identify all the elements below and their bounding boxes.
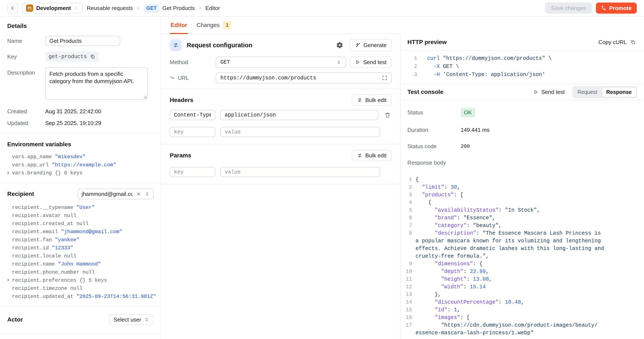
breadcrumb-reusable-requests[interactable]: Reusable requests (87, 5, 133, 12)
params-heading: Params (170, 152, 191, 159)
back-button[interactable] (7, 3, 18, 14)
environment-variables-list: vars.app_name "mikesdev"vars.app_url "ht… (7, 153, 154, 177)
url-input[interactable] (220, 75, 380, 81)
test-console-heading: Test console (408, 88, 444, 96)
swap-icon (357, 153, 362, 158)
environment-name: Development (36, 5, 71, 12)
breadcrumb-request-name[interactable]: Get Products (162, 5, 195, 12)
recipient-field-row: recipient.phone_number null (7, 268, 154, 276)
request-tab[interactable]: Request (573, 87, 602, 97)
header-key-input[interactable] (170, 110, 215, 120)
response-tab[interactable]: Response (602, 87, 636, 97)
expand-chevron-icon[interactable] (6, 278, 10, 282)
divider (0, 183, 161, 183)
headers-bulk-edit-button[interactable]: Bulk edit (352, 94, 392, 106)
response-code-line: 3 "products": [ (400, 191, 644, 199)
environment-variables-heading: Environment variables (7, 141, 154, 148)
folder-icon (26, 4, 33, 12)
actor-select-button[interactable]: Select user (109, 314, 154, 325)
response-code-line: 2 "limit": 30, (400, 184, 644, 191)
divider (0, 334, 161, 334)
params-bulk-edit-button[interactable]: Bulk edit (352, 150, 392, 161)
tab-changes[interactable]: Changes 1 (196, 16, 231, 34)
copy-icon[interactable] (90, 54, 96, 60)
recipient-field-row[interactable]: recipient.preferences {} 5 keys (7, 276, 154, 284)
sparkles-icon (355, 42, 361, 48)
chevron-right-icon (74, 6, 78, 10)
param-value-input[interactable] (220, 167, 380, 177)
created-value: Aug 31 2025, 22:42:00 (45, 108, 101, 115)
request-configuration-section: Request configuration Generate Method GE… (161, 34, 400, 89)
recipient-field-row: recipient.__typename "User" (7, 204, 154, 212)
resize-grip-icon[interactable] (143, 95, 146, 98)
recipient-field-row: recipient.email "jhammond@gmail.com" (7, 228, 154, 236)
header-value-input-empty[interactable] (220, 127, 380, 137)
recipient-selected-value: jhammond@gmail.com (82, 191, 133, 198)
send-test-button[interactable]: Send test (350, 57, 392, 68)
promote-button[interactable]: Promote (596, 2, 637, 14)
recipient-field-row: recipient.created_at null (7, 220, 154, 228)
changes-count-badge: 1 (223, 21, 231, 29)
response-code-line: a popular mascara known for its volumizi… (400, 237, 644, 245)
play-icon (533, 89, 538, 95)
recipient-field-row: recipient.timezone null (7, 284, 154, 292)
clear-icon[interactable] (136, 192, 141, 196)
chevron-updown-icon[interactable] (144, 192, 150, 196)
environment-selector[interactable]: Development (22, 3, 82, 14)
url-label: URL (178, 75, 189, 81)
request-response-toggle: Request Response (572, 86, 637, 98)
save-changes-button[interactable]: Save changes (545, 2, 592, 14)
response-code-line: 7 "category": "beauty", (400, 222, 644, 230)
curl-code-line: 1curl "https://dummyjson.com/products" \ (400, 54, 644, 62)
expand-chevron-icon[interactable] (6, 170, 10, 175)
params-section: Params Bulk edit (161, 144, 400, 184)
environment-variable-row: vars.app_url "https://example.com" (7, 161, 154, 169)
response-body-code: 1{2 "limit": 30,3 "products": [4 {5 "ava… (400, 176, 644, 337)
recipient-field-row: recipient.id "12333" (7, 244, 154, 252)
console-send-test-button[interactable]: Send test (532, 88, 566, 96)
delete-header-button[interactable] (384, 111, 392, 119)
response-code-line: 13 }, (400, 291, 644, 298)
settings-button[interactable] (335, 40, 344, 50)
chevron-right-icon (136, 6, 140, 10)
status-badge: OK (461, 108, 475, 117)
breadcrumb: Reusable requests GET Get Products Edito… (87, 4, 220, 12)
header-value-input[interactable] (220, 110, 378, 120)
curl-code-line: 2 -X GET \ (400, 62, 644, 71)
branch-icon (601, 5, 606, 11)
request-config-icon (170, 39, 182, 51)
description-label: Description (7, 70, 45, 76)
response-body-label: Response body (408, 160, 461, 166)
name-input[interactable] (45, 36, 120, 46)
recipient-heading: Recipient (7, 190, 34, 198)
recipient-combobox[interactable]: jhammond@gmail.com (78, 189, 154, 199)
status-label: Status (408, 109, 461, 116)
editor-tabs: Editor Changes 1 (161, 16, 400, 34)
param-key-input[interactable] (170, 167, 215, 177)
url-input-wrap (216, 72, 392, 84)
breadcrumb-editor: Editor (206, 5, 220, 12)
tab-editor[interactable]: Editor (170, 16, 187, 34)
return-arrow-icon (170, 75, 175, 81)
response-code-line: 6 "brand": "Essence", (400, 214, 644, 222)
curl-preview-code: 1curl "https://dummyjson.com/products" \… (400, 51, 644, 84)
duration-label: Duration (408, 127, 461, 133)
recipient-field-row: recipient.avatar null (7, 212, 154, 220)
copy-icon (630, 39, 636, 45)
play-icon (355, 60, 360, 65)
actor-heading: Actor (7, 316, 23, 323)
recipient-field-row: recipient.name "John Hammond" (7, 260, 154, 268)
expand-icon[interactable] (382, 75, 388, 81)
response-code-line: 15 "id": 1, (400, 306, 644, 314)
response-code-line: 5 "availabilityStatus": "In Stock", (400, 206, 644, 214)
header-key-input-empty[interactable] (170, 127, 215, 137)
response-code-line: 12 "width": 15.14 (400, 283, 644, 291)
divider (0, 306, 161, 306)
copy-curl-button[interactable]: Copy cURL (597, 39, 637, 46)
environment-variable-row[interactable]: vars.branding {} 0 keys (7, 169, 154, 177)
description-textarea[interactable]: Fetch products from a specific category … (45, 67, 148, 100)
curl-code-line: 3 -H 'Content-Type: application/json' (400, 71, 644, 79)
top-bar: Development Reusable requests GET Get Pr… (0, 0, 644, 16)
generate-button[interactable]: Generate (350, 39, 392, 51)
method-select[interactable]: GET (216, 57, 346, 68)
